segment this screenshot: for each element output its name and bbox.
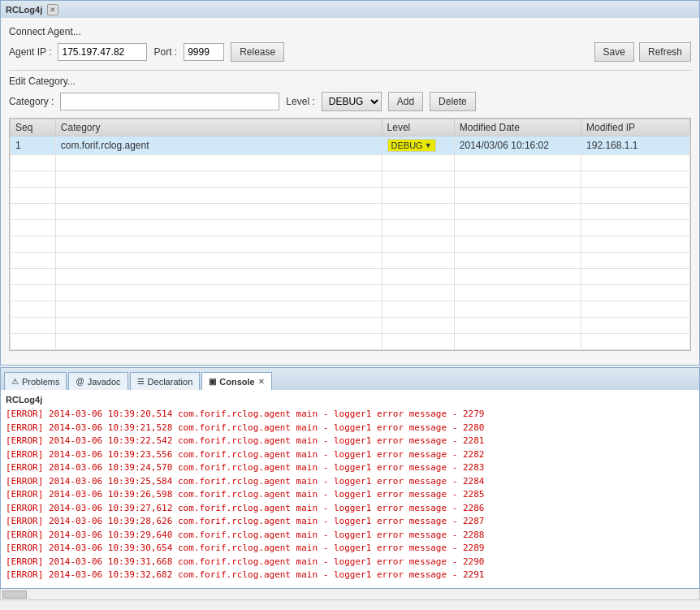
category-label: Category : [9,96,54,107]
log-line: [ERROR] 2014-03-06 10:39:25,584 com.fori… [6,475,694,489]
category-input[interactable] [60,93,279,110]
connect-buttons: Save Refresh [594,42,691,62]
divider [9,70,691,71]
log-line: [ERROR] 2014-03-06 10:39:29,640 com.fori… [6,529,694,543]
log-line: [ERROR] 2014-03-06 10:39:28,626 com.fori… [6,515,694,529]
console-icon: ▣ [209,377,216,386]
col-level: Level [382,119,454,136]
category-table: Seq Category Level Modified Date Modifie… [10,119,690,350]
table-row [11,155,690,171]
tabs-bar: ⚠ Problems @ Javadoc ☰ Declaration ▣ Con… [0,367,700,390]
log-line: [ERROR] 2014-03-06 10:39:23,556 com.fori… [6,448,694,462]
category-table-container: Seq Category Level Modified Date Modifie… [9,118,691,351]
table-row [11,285,690,301]
tab-problems-label: Problems [22,377,59,387]
table-row[interactable]: 1 com.forif.rclog.agent DEBUG 2014/03/06… [11,136,690,155]
window-title: RCLog4j [6,5,42,15]
level-badge[interactable]: DEBUG [387,139,436,152]
tab-javadoc[interactable]: @ Javadoc [68,372,127,390]
table-row [11,188,690,204]
col-seq: Seq [11,119,56,136]
tab-console[interactable]: ▣ Console ✕ [201,372,271,390]
col-category: Category [55,119,382,136]
log-line: [ERROR] 2014-03-06 10:39:24,570 com.fori… [6,461,694,475]
table-row [11,204,690,220]
log-line: [ERROR] 2014-03-06 10:39:20,514 com.fori… [6,408,694,422]
level-select[interactable]: DEBUG INFO WARN ERROR FATAL [322,92,382,111]
javadoc-icon: @ [76,377,84,386]
col-modified-ip: Modified IP [581,119,690,136]
table-row [11,220,690,236]
cell-seq: 1 [11,136,56,155]
scrollbar-area[interactable] [0,589,700,600]
log-line: [ERROR] 2014-03-06 10:39:26,598 com.fori… [6,488,694,502]
add-button[interactable]: Add [388,92,423,111]
table-row [11,318,690,334]
agent-ip-label: Agent IP : [9,46,51,58]
refresh-button[interactable]: Refresh [639,42,691,62]
log-lines-container: [ERROR] 2014-03-06 10:39:20,514 com.fori… [6,408,694,582]
log-line: [ERROR] 2014-03-06 10:39:21,528 com.fori… [6,422,694,435]
table-row [11,301,690,318]
console-title: RCLog4j [6,393,694,406]
connect-section-label: Connect Agent... [9,26,691,37]
connect-row: Agent IP : Port : Release Save Refresh [9,42,691,62]
tab-console-label: Console [219,377,254,387]
tab-problems[interactable]: ⚠ Problems [4,372,67,390]
log-line: [ERROR] 2014-03-06 10:39:27,612 com.fori… [6,502,694,516]
console-close-icon[interactable]: ✕ [258,378,265,386]
table-row [11,334,690,350]
port-label: Port : [153,46,177,58]
col-modified-date: Modified Date [454,119,581,136]
save-button[interactable]: Save [594,42,634,62]
edit-section-label: Edit Category... [9,76,691,87]
table-row [11,253,690,269]
table-row [11,236,690,253]
scrollbar-thumb[interactable] [2,591,27,599]
close-button[interactable]: ✕ [47,4,58,15]
log-line: [ERROR] 2014-03-06 10:39:22,542 com.fori… [6,435,694,448]
title-bar: RCLog4j ✕ [0,0,700,18]
log-line: [ERROR] 2014-03-06 10:39:32,682 com.fori… [6,569,694,582]
tab-declaration[interactable]: ☰ Declaration [130,372,201,390]
table-header-row: Seq Category Level Modified Date Modifie… [11,119,690,136]
main-panel: Connect Agent... Agent IP : Port : Relea… [0,18,700,366]
log-line: [ERROR] 2014-03-06 10:39:31,668 com.fori… [6,556,694,569]
tab-javadoc-label: Javadoc [88,377,121,387]
port-input[interactable] [184,43,224,61]
agent-ip-input[interactable] [58,43,147,61]
cell-modified-ip: 192.168.1.1 [581,136,690,155]
table-row [11,171,690,188]
delete-button[interactable]: Delete [430,92,476,111]
cell-category: com.forif.rclog.agent [55,136,382,155]
declaration-icon: ☰ [137,377,145,386]
release-button[interactable]: Release [231,42,284,62]
table-row [11,269,690,285]
tab-declaration-label: Declaration [148,377,193,387]
level-label: Level : [286,96,314,107]
console-panel: RCLog4j [ERROR] 2014-03-06 10:39:20,514 … [0,390,700,589]
cell-modified-date: 2014/03/06 10:16:02 [454,136,581,155]
cell-level: DEBUG [382,136,454,155]
log-line: [ERROR] 2014-03-06 10:39:30,654 com.fori… [6,542,694,556]
edit-row: Category : Level : DEBUG INFO WARN ERROR… [9,92,691,111]
problems-icon: ⚠ [11,377,19,386]
